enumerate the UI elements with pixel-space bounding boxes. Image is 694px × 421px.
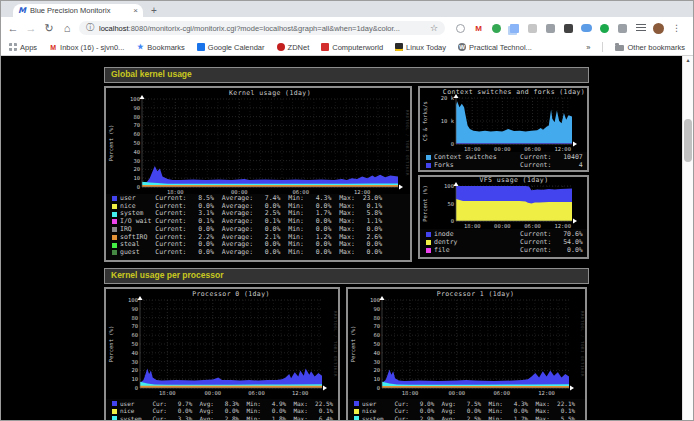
bookmarks-overflow-chevron[interactable]: » <box>586 43 590 52</box>
bookmark-computerworld[interactable]: Computerworld <box>321 43 383 52</box>
svg-text:50: 50 <box>131 341 138 347</box>
svg-text:12:00: 12:00 <box>554 146 571 152</box>
section-header-global-kernel-usage: Global kernel usage <box>104 67 589 83</box>
legend-row: Forks Current: 4 <box>426 161 587 169</box>
processor0-graph[interactable]: 010203040506070809010018:0000:0006:0012:… <box>106 289 338 399</box>
scrollbar-thumb[interactable] <box>684 119 692 162</box>
star-icon: ★ <box>136 43 144 51</box>
browser-menu-icon[interactable]: ⋮ <box>672 23 681 33</box>
vfs-usage-legend: inode Current: 70.6%dentry Current: 54.0… <box>420 229 587 254</box>
svg-text:50: 50 <box>447 201 454 207</box>
dark-square-extension-icon[interactable] <box>563 23 574 34</box>
computerworld-icon <box>321 43 329 51</box>
svg-text:RRDTOOL / TOBI OETIKER: RRDTOOL / TOBI OETIKER <box>580 311 585 377</box>
gmail-icon: M <box>49 43 57 51</box>
svg-text:60: 60 <box>131 332 138 338</box>
svg-text:Context switches and forks (1: Context switches and forks (1day) <box>443 88 585 96</box>
section-header-kernel-per-processor: Kernel usage per processor <box>104 268 589 284</box>
green-globe-extension-icon[interactable] <box>491 23 502 34</box>
context-switches-legend: Context switches Current: 10407Forks Cur… <box>420 152 587 169</box>
legend-row: system Cur: 2.9% Avg: 2.5% Min: 1.7% Max… <box>354 415 585 421</box>
bookmark-apps[interactable]: Apps <box>9 43 37 52</box>
gray-square-extension-icon[interactable] <box>527 23 538 34</box>
blue-pill-extension-icon[interactable] <box>581 23 592 34</box>
bookmark-bookmarks[interactable]: ★Bookmarks <box>136 43 185 52</box>
search-extension-icon[interactable] <box>455 23 466 34</box>
legend-row: nice Cur: 0.0% Avg: 0.0% Min: 0.0% Max: … <box>112 407 338 414</box>
right-graphs-column: 010 k20 k18:0000:0006:0012:00Context swi… <box>418 86 589 262</box>
legend-swatch <box>112 212 117 217</box>
svg-text:70: 70 <box>373 323 380 329</box>
svg-text:20: 20 <box>133 166 140 172</box>
svg-text:0: 0 <box>135 385 138 391</box>
svg-text:0: 0 <box>451 141 454 147</box>
svg-text:50: 50 <box>133 140 140 146</box>
vfs-usage-graph-panel[interactable]: 05010018:0000:0006:0012:00VFS usage (1da… <box>418 175 589 259</box>
bookmark-practical-technology[interactable]: WPractical Technol... <box>458 43 532 52</box>
svg-text:00:00: 00:00 <box>449 390 466 396</box>
forward-icon[interactable]: → <box>25 23 37 34</box>
bookmark-inbox[interactable]: MInbox (16) - sjvn0... <box>49 43 124 52</box>
legend-swatch <box>112 250 117 255</box>
svg-text:06:00: 06:00 <box>493 390 510 396</box>
browser-tab[interactable]: M Blue Precision Monitorix × <box>13 4 143 17</box>
processor0-graph-panel[interactable]: 010203040506070809010018:0000:0006:0012:… <box>104 287 340 421</box>
legend-swatch <box>354 401 359 406</box>
new-tab-button[interactable]: + <box>151 5 157 16</box>
kernel-usage-graph[interactable]: 010203040506070809010018:0000:0006:0012:… <box>106 88 410 194</box>
close-tab-icon[interactable]: × <box>133 7 138 15</box>
svg-text:12:00: 12:00 <box>538 390 555 396</box>
back-icon[interactable]: ← <box>7 23 19 34</box>
svg-text:0: 0 <box>451 218 454 224</box>
legend-swatch <box>426 155 431 160</box>
kernel-usage-graph-panel[interactable]: 010203040506070809010018:0000:0006:0012:… <box>104 86 412 262</box>
svg-text:0: 0 <box>137 184 140 190</box>
legend-row: file Current: 0.0% <box>426 246 587 254</box>
bookmark-linux-today[interactable]: Linux Today <box>395 43 446 52</box>
bookmark-star-icon[interactable]: ☆ <box>430 23 438 33</box>
context-switches-graph-panel[interactable]: 010 k20 k18:0000:0006:0012:00Context swi… <box>418 86 589 172</box>
site-info-icon[interactable]: ⓘ <box>86 24 94 32</box>
legend-swatch <box>112 243 117 248</box>
svg-text:10: 10 <box>131 376 138 382</box>
processor1-graph-panel[interactable]: 010203040506070809010018:0000:0006:0012:… <box>346 287 587 421</box>
svg-text:06:00: 06:00 <box>524 223 541 229</box>
svg-text:80: 80 <box>373 315 380 321</box>
legend-swatch <box>112 235 117 240</box>
pages-extension-icon[interactable] <box>509 23 520 34</box>
scrollbar-up-icon[interactable]: ▴ <box>683 56 693 64</box>
context-switches-graph[interactable]: 010 k20 k18:0000:0006:0012:00Context swi… <box>420 88 587 152</box>
page-content: Global kernel usage 01020304050607080901… <box>104 67 589 421</box>
svg-text:70: 70 <box>133 122 140 128</box>
legend-swatch <box>354 416 359 421</box>
bookmark-google-calendar[interactable]: Google Calendar <box>197 43 265 52</box>
profile-avatar[interactable] <box>653 23 664 34</box>
zdnet-icon <box>277 43 285 51</box>
svg-text:30: 30 <box>373 359 380 365</box>
bookmarks-bar: Apps MInbox (16) - sjvn0... ★Bookmarks G… <box>1 39 693 56</box>
tab-title: Blue Precision Monitorix <box>30 6 129 15</box>
home-icon[interactable]: ⌂ <box>61 23 73 34</box>
other-bookmarks-button[interactable]: Other bookmarks <box>615 43 685 52</box>
puzzle-extensions-icon[interactable] <box>617 23 628 34</box>
svg-text:Percent (%): Percent (%) <box>108 326 114 362</box>
extensions-row: M <box>455 23 664 34</box>
processor0-legend: user Cur: 9.7% Avg: 8.3% Min: 4.9% Max: … <box>106 399 338 421</box>
folder-icon <box>615 45 624 51</box>
reload-icon[interactable]: ↻ <box>43 23 55 34</box>
gmail-extension-icon[interactable]: M <box>473 23 484 34</box>
green-circle-extension-icon[interactable] <box>599 23 610 34</box>
legend-swatch <box>112 227 117 232</box>
svg-text:30: 30 <box>133 158 140 164</box>
reading-list-extension-icon[interactable] <box>635 23 646 34</box>
vfs-usage-graph[interactable]: 05010018:0000:0006:0012:00VFS usage (1da… <box>420 177 587 229</box>
bookmark-zdnet[interactable]: ZDNet <box>277 43 310 52</box>
processor1-graph[interactable]: 010203040506070809010018:0000:0006:0012:… <box>348 289 585 399</box>
kernel-usage-legend: user Current: 8.5% Average: 7.4% Min: 4.… <box>106 194 410 257</box>
page-scrollbar[interactable]: ▴ <box>682 56 693 420</box>
legend-swatch <box>426 240 431 245</box>
legend-row: dentry Current: 54.0% <box>426 238 587 246</box>
svg-text:90: 90 <box>131 306 138 312</box>
cast-extension-icon[interactable] <box>545 23 556 34</box>
address-bar[interactable]: ⓘ localhost:8080/monitorix-cgi/monitorix… <box>79 21 445 35</box>
